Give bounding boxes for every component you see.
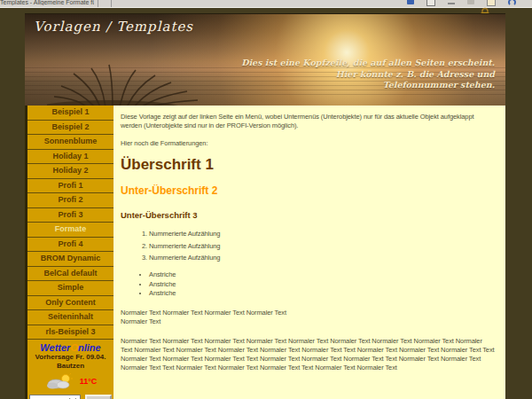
forecast-range-select[interactable]: 3 Tage (29, 395, 81, 399)
toolbar-divider (98, 0, 98, 7)
site-container: Vorlagen / Templates Dies ist eine Kopfz… (25, 13, 505, 399)
sidebar-item-belcal-default[interactable]: BelCal default (27, 267, 113, 282)
numbered-list: Nummerierte Aufzählung Nummerierte Aufzä… (121, 230, 495, 262)
normal-text-long-paragraph: Normaler Text Normaler Text Normaler Tex… (121, 337, 495, 372)
normal-text-line: Normaler Text (121, 317, 495, 326)
sidebar-item-only-content[interactable]: Only Content (27, 296, 113, 311)
numbered-list-item: Nummerierte Aufzählung (149, 254, 495, 262)
site-title: Vorlagen / Templates (34, 19, 193, 35)
brand-text: Wetter (40, 342, 70, 353)
weather-city: Bautzen (27, 362, 113, 371)
sidebar-item-profi-4[interactable]: Profi 4 (27, 238, 113, 253)
normal-text-line: Normaler Text Normaler Text Normaler Tex… (121, 309, 495, 317)
help-icon[interactable] (508, 0, 516, 6)
bookmark-icon[interactable] (407, 0, 414, 4)
header-tagline: Dies ist eine Kopfzeile, die auf allen S… (241, 58, 495, 91)
forecast-label: Vorhersage Fr. 09.04. (27, 353, 113, 362)
sidebar-item-sonnenblume[interactable]: Sonnenblume (27, 135, 113, 150)
numbered-list-item: Nummerierte Aufzählung (149, 242, 495, 251)
tagline-line: Telefonnummer stehen. (241, 80, 495, 91)
sidebar-item-seiteninhalt[interactable]: Seiteninhalt (27, 310, 113, 325)
heading-1: Überschrift 1 (121, 160, 495, 169)
sun-cloud-icon (44, 373, 74, 389)
grid-icon[interactable] (426, 0, 435, 6)
temperature-value: 11°C (80, 377, 98, 386)
restore-icon[interactable] (467, 0, 474, 4)
go-button[interactable]: GO (85, 395, 112, 399)
header-banner: Vorlagen / Templates Dies ist eine Kopfz… (25, 13, 505, 106)
intro-paragraph: Diese Vorlage zeigt auf der linken Seite… (121, 113, 495, 130)
heading-3: Unter-Überschrift 3 (121, 211, 495, 220)
content-pane: Diese Vorlage zeigt auf der linken Seite… (113, 106, 505, 399)
formats-label: Hier noch die Formatierungen: (121, 139, 495, 148)
sidebar-item-beispiel-2[interactable]: Beispiel 2 (27, 121, 113, 136)
sidebar-item-profi-1[interactable]: Profi 1 (27, 179, 113, 194)
bullet-list: Anstriche Anstriche Anstriche (121, 270, 495, 298)
sidebar-item-brom-dynamic[interactable]: BROM Dynamic (27, 252, 113, 267)
brand-text: nline (78, 342, 101, 353)
bullet-list-item: Anstriche (149, 270, 495, 279)
browser-toolbar-icons (407, 0, 516, 6)
sidebar-item-formate[interactable]: Formate (27, 223, 113, 238)
numbered-list-item: Nummerierte Aufzählung (149, 230, 495, 239)
browser-tab-label[interactable]: Templates - Allgemeine Formate für Texte… (0, 0, 94, 5)
weather-widget: WetterOnline Vorhersage Fr. 09.04. Bautz… (27, 340, 113, 399)
browser-bar: Templates - Allgemeine Formate für Texte… (0, 0, 532, 8)
tagline-line: Dies ist eine Kopfzeile, die auf allen S… (241, 58, 495, 69)
sidebar-item-simple[interactable]: Simple (27, 281, 113, 296)
sidebar-item-rls-beispiel-3[interactable]: rls-Beispiel 3 (27, 325, 113, 340)
sidebar-item-profi-3[interactable]: Profi 3 (27, 208, 113, 223)
bullet-list-item: Anstriche (149, 280, 495, 289)
heading-2: Unter-Überschrift 2 (121, 186, 495, 195)
sidebar-item-profi-2[interactable]: Profi 2 (27, 193, 113, 208)
dune-grass-graphic (47, 63, 211, 106)
sidebar-item-holiday-2[interactable]: Holiday 2 (27, 164, 113, 179)
tagline-line: Hier könnte z. B. die Adresse und (241, 69, 495, 81)
page-icon[interactable] (487, 0, 496, 6)
minimize-icon[interactable] (448, 0, 455, 4)
bullet-list-item: Anstriche (149, 289, 495, 298)
normal-text-paragraph: Normaler Text Normaler Text Normaler Tex… (121, 309, 495, 326)
sun-o-icon: O (70, 342, 78, 353)
wetteronline-logo[interactable]: WetterOnline (27, 342, 113, 353)
toolbar-divider (111, 0, 112, 7)
sidebar-item-beispiel-1[interactable]: Beispiel 1 (27, 106, 113, 121)
sidebar-menu: Beispiel 1 Beispiel 2 Sonnenblume Holida… (25, 106, 113, 399)
sidebar-item-holiday-1[interactable]: Holiday 1 (27, 150, 113, 165)
